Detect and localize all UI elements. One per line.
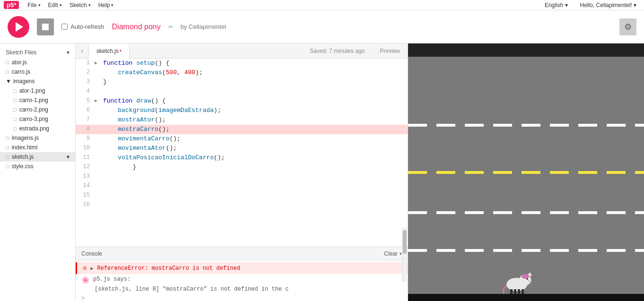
code-line: 4 — [76, 87, 408, 96]
svg-rect-13 — [408, 171, 427, 174]
clear-button[interactable]: Clear ▾ — [384, 250, 402, 257]
code-line: 10 movimentaAtor(); — [76, 144, 408, 153]
svg-rect-9 — [550, 124, 569, 127]
top-menu-bar: p5* File ▾ EdIt ▾ Sketch ▾ Help ▾ Englis… — [0, 0, 644, 10]
svg-rect-38 — [607, 249, 626, 252]
svg-rect-2 — [408, 57, 644, 301]
file-icon: □ — [13, 116, 17, 122]
sidebar-item-imagens-js[interactable]: □ imagens.js — [0, 133, 75, 143]
svg-rect-25 — [493, 211, 512, 214]
settings-button[interactable]: ⚙ — [619, 18, 636, 35]
svg-rect-49 — [514, 289, 516, 294]
svg-rect-21 — [635, 171, 644, 174]
help-menu[interactable]: Help ▾ — [95, 1, 118, 9]
code-line: 2 createCanvas(500, 400); — [76, 68, 408, 77]
console-info-line: 🌸 p5.js says: — [76, 274, 408, 285]
auto-refresh-checkbox[interactable] — [61, 24, 68, 30]
svg-rect-10 — [578, 124, 597, 127]
sidebar-item-estrada-png[interactable]: □ estrada.png — [0, 124, 75, 133]
svg-rect-7 — [493, 124, 512, 127]
code-line: 1 ▶ function setup() { — [76, 59, 408, 68]
error-message: ReferenceError: mostraCarro is not defin… — [97, 265, 240, 272]
svg-rect-16 — [493, 171, 512, 174]
sidebar-item-carro-js[interactable]: □ carro.js — [0, 67, 75, 77]
code-line: 12 } — [76, 163, 408, 172]
sidebar-item-ator-js[interactable]: □ ator.js — [0, 58, 75, 67]
road-scene — [408, 43, 644, 301]
auto-refresh-label: Auto-refresh — [61, 23, 104, 30]
console-area: Console Clear ▾ ⊗ ▶ ReferenceError: most… — [76, 247, 408, 301]
console-scrollbar-thumb — [403, 230, 407, 254]
user-menu[interactable]: Hello, Cellapimentel! ▾ — [576, 1, 640, 9]
sidebar-toggle-icon[interactable]: ▾ — [67, 49, 70, 56]
editor-area: ‹ sketch.js• Saved: 7 minutes ago Previe… — [76, 43, 408, 301]
toolbar: Auto-refresh Diamond pony ✏ by Cellapime… — [0, 10, 644, 43]
svg-rect-31 — [408, 249, 427, 252]
svg-rect-14 — [436, 171, 455, 174]
play-button[interactable] — [8, 16, 29, 38]
sidebar-item-index-html[interactable]: □ index.html — [0, 143, 75, 152]
sidebar-item-carro3-png[interactable]: □ carro-3.png — [0, 114, 75, 124]
svg-rect-1 — [408, 43, 644, 57]
sidebar: Sketch Files ▾ □ ator.js □ carro.js ▼ im… — [0, 43, 76, 301]
svg-rect-34 — [493, 249, 512, 252]
sketch-menu[interactable]: Sketch ▾ — [66, 1, 95, 9]
svg-rect-12 — [635, 124, 644, 127]
code-line: 7 mostraAtor(); — [76, 115, 408, 125]
svg-rect-8 — [522, 124, 540, 127]
file-menu[interactable]: File ▾ — [24, 1, 44, 9]
preview-panel — [408, 43, 644, 301]
code-line: 9 movimentaCarro(); — [76, 134, 408, 144]
file-icon: □ — [13, 107, 17, 112]
svg-rect-26 — [522, 211, 540, 214]
sidebar-folder-imagens[interactable]: ▼ imagens — [0, 77, 75, 86]
sidebar-item-carro1-png[interactable]: □ carro-1.png — [0, 95, 75, 105]
preview-canvas — [408, 43, 644, 301]
p5-logo: p5* — [4, 1, 19, 9]
svg-rect-20 — [607, 171, 626, 174]
code-line: 15 — [76, 191, 408, 200]
code-line: 3 } — [76, 77, 408, 87]
file-icon: □ — [6, 163, 9, 169]
console-error-line: ⊗ ▶ ReferenceError: mostraCarro is not d… — [76, 262, 408, 274]
svg-rect-17 — [522, 171, 540, 174]
console-detail: [sketch.js, line 8] "mostraCarro" is not… — [76, 285, 408, 294]
expand-error-icon[interactable]: ▶ — [90, 266, 93, 271]
console-scrollbar[interactable] — [402, 228, 407, 282]
p5-says-label: p5.js says: — [93, 276, 131, 283]
stop-button[interactable] — [37, 18, 54, 35]
sidebar-item-style-css[interactable]: □ style.css — [0, 162, 75, 171]
sidebar-item-sketch-js[interactable]: □ sketch.js ▾ — [0, 152, 75, 162]
file-icon: □ — [13, 126, 17, 131]
code-editor[interactable]: 1 ▶ function setup() { 2 createCanvas(50… — [76, 59, 408, 247]
editor-tabs: ‹ sketch.js• Saved: 7 minutes ago Previe… — [76, 43, 408, 59]
svg-rect-15 — [465, 171, 484, 174]
project-name[interactable]: Diamond pony — [112, 23, 161, 31]
folder-arrow-icon: ▼ — [6, 78, 11, 85]
sketch-js-tab[interactable]: sketch.js• — [89, 43, 130, 59]
sidebar-item-carro2-png[interactable]: □ carro-2.png — [0, 105, 75, 114]
svg-rect-22 — [408, 211, 427, 214]
console-prompt[interactable]: > — [76, 294, 408, 301]
file-icon: □ — [6, 60, 9, 65]
console-content: ⊗ ▶ ReferenceError: mostraCarro is not d… — [76, 260, 408, 301]
edit-menu[interactable]: EdIt ▾ — [44, 1, 66, 9]
language-selector[interactable]: English ▾ — [541, 1, 572, 9]
svg-point-47 — [522, 274, 529, 279]
file-icon: □ — [13, 88, 17, 94]
svg-rect-19 — [578, 171, 597, 174]
error-icon: ⊗ — [83, 264, 87, 272]
svg-point-46 — [530, 281, 531, 282]
svg-rect-3 — [408, 294, 644, 301]
edit-project-icon[interactable]: ✏ — [168, 24, 173, 30]
file-icon: □ — [6, 135, 9, 141]
console-label: Console — [81, 250, 102, 257]
svg-rect-50 — [518, 289, 520, 294]
tab-nav-back-button[interactable]: ‹ — [76, 43, 89, 59]
sidebar-item-ator1-png[interactable]: □ ator-1.png — [0, 86, 75, 95]
code-line: 16 — [76, 200, 408, 210]
svg-rect-27 — [550, 211, 569, 214]
code-line: 11 voltaPosicaoInicialDoCarro(); — [76, 153, 408, 163]
author-label: by Cellapimentel — [181, 23, 226, 30]
file-icon: □ — [13, 97, 17, 103]
